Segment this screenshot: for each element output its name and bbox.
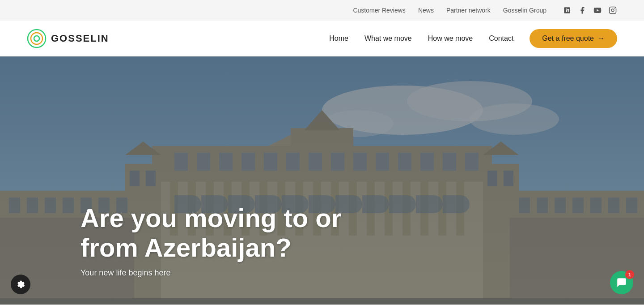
top-bar: Customer Reviews News Partner network Go… <box>0 0 644 21</box>
hero-title: Are you moving to or from Azerbaijan? <box>80 203 349 263</box>
nav-contact[interactable]: Contact <box>489 34 513 43</box>
chat-icon <box>616 277 627 288</box>
logo-icon <box>27 29 47 48</box>
svg-point-4 <box>34 36 39 41</box>
hero-section: Are you moving to or from Azerbaijan? Yo… <box>0 56 644 305</box>
news-link[interactable]: News <box>418 7 434 14</box>
gosselin-group-link[interactable]: Gosselin Group <box>503 7 547 14</box>
youtube-icon[interactable] <box>593 6 602 15</box>
cta-quote-button[interactable]: Get a free quote → <box>530 29 617 48</box>
facebook-icon[interactable] <box>578 6 587 15</box>
instagram-icon[interactable] <box>608 6 617 15</box>
svg-point-3 <box>31 33 42 44</box>
partner-network-link[interactable]: Partner network <box>446 7 491 14</box>
settings-widget[interactable] <box>11 275 30 294</box>
top-nav: Customer Reviews News Partner network Go… <box>353 7 547 14</box>
hero-subtitle: Your new life begins here <box>80 268 349 278</box>
svg-rect-0 <box>610 7 616 14</box>
nav-home[interactable]: Home <box>329 34 348 43</box>
nav-what-we-move[interactable]: What we move <box>364 34 412 43</box>
hero-content: Are you moving to or from Azerbaijan? Yo… <box>0 203 349 305</box>
logo-text: GOSSELIN <box>51 33 109 44</box>
nav-links: Home What we move How we move Contact Ge… <box>329 29 617 48</box>
logo[interactable]: GOSSELIN <box>27 29 109 48</box>
chat-widget[interactable]: 1 <box>610 271 633 294</box>
gear-icon <box>15 279 26 290</box>
linkedin-icon[interactable] <box>563 6 572 15</box>
social-links <box>563 6 617 15</box>
customer-reviews-link[interactable]: Customer Reviews <box>353 7 405 14</box>
nav-how-we-move[interactable]: How we move <box>428 34 473 43</box>
chat-badge: 1 <box>625 270 634 279</box>
main-nav: GOSSELIN Home What we move How we move C… <box>0 21 644 56</box>
